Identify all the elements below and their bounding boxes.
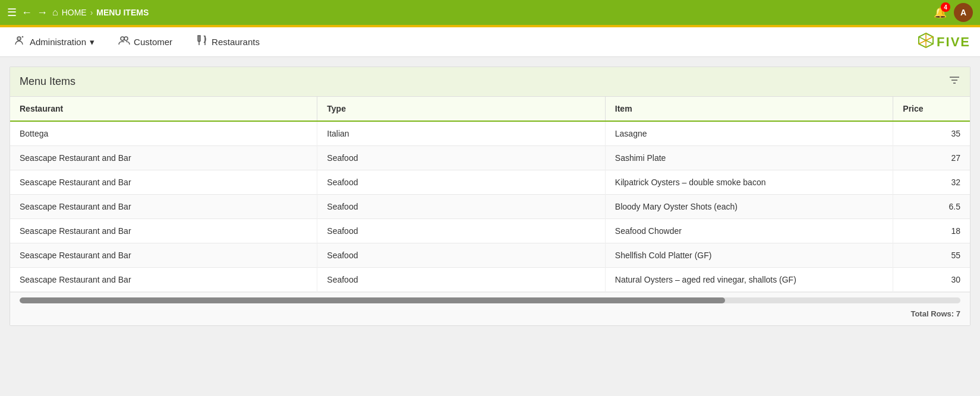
restaurants-icon [196,34,208,49]
top-bar-right: 🔔 4 A [934,3,973,22]
restaurants-label: Restaurants [212,37,260,47]
cell-item: Kilpatrick Oysters – double smoke bacon [605,170,893,195]
cell-restaurant: Seascape Restaurant and Bar [10,195,317,219]
cell-type: Seafood [317,268,606,292]
top-bar: ☰ ← → ⌂ HOME › MENU ITEMS 🔔 4 A [0,0,980,27]
cell-item: Shellfish Cold Platter (GF) [605,243,893,268]
total-rows-label: Total Rows: 7 [20,307,960,321]
filter-icon[interactable] [949,74,960,89]
menu-icon[interactable]: ☰ [7,6,17,19]
horizontal-scrollbar[interactable] [20,297,960,303]
cell-restaurant: Seascape Restaurant and Bar [10,219,317,243]
column-header-restaurant: Restaurant [10,97,317,121]
svg-point-1 [18,37,20,40]
current-page-label: MENU ITEMS [96,8,149,17]
table-footer: Total Rows: 7 [10,292,970,325]
nav-item-administration[interactable]: Administration ▾ [10,32,99,52]
cell-restaurant: Seascape Restaurant and Bar [10,146,317,170]
administration-dropdown-icon: ▾ [90,37,94,47]
cell-restaurant: Seascape Restaurant and Bar [10,243,317,268]
svg-point-3 [121,37,124,40]
cell-restaurant: Seascape Restaurant and Bar [10,170,317,195]
table-row[interactable]: BottegaItalianLasagne35 [10,121,970,146]
breadcrumb: ⌂ HOME › MENU ITEMS [52,7,149,18]
table-row[interactable]: Seascape Restaurant and BarSeafoodSeafoo… [10,219,970,243]
table-row[interactable]: Seascape Restaurant and BarSeafoodSashim… [10,146,970,170]
secondary-nav-left: Administration ▾ Customer [10,32,264,52]
cell-item: Natural Oysters – aged red vinegar, shal… [605,268,893,292]
cell-restaurant: Seascape Restaurant and Bar [10,268,317,292]
table-panel-header: Menu Items [10,67,970,97]
top-bar-left: ☰ ← → ⌂ HOME › MENU ITEMS [7,6,934,19]
cell-item: Lasagne [605,121,893,146]
table-row[interactable]: Seascape Restaurant and BarSeafoodShellf… [10,243,970,268]
customer-label: Customer [134,37,172,47]
avatar-button[interactable]: A [954,3,973,22]
menu-items-table: Restaurant Type Item Price BottegaItalia… [10,97,970,292]
home-icon: ⌂ [52,7,58,18]
table-panel: Menu Items Restaurant Type [10,66,970,326]
scrollbar-thumb [20,297,725,303]
cell-price: 32 [893,170,970,195]
cell-price: 30 [893,268,970,292]
cell-type: Seafood [317,170,606,195]
home-label[interactable]: HOME [62,8,87,17]
column-header-price: Price [893,97,970,121]
five-logo-icon [918,32,934,52]
main-content: Menu Items Restaurant Type [0,57,980,335]
table-row[interactable]: Seascape Restaurant and BarSeafoodBloody… [10,195,970,219]
table-panel-title: Menu Items [20,75,75,88]
table-row[interactable]: Seascape Restaurant and BarSeafoodNatura… [10,268,970,292]
cell-restaurant: Bottega [10,121,317,146]
breadcrumb-separator: › [90,8,93,17]
cell-type: Seafood [317,219,606,243]
cell-type: Seafood [317,146,606,170]
table-header-row: Restaurant Type Item Price [10,97,970,121]
column-header-type: Type [317,97,606,121]
cell-type: Seafood [317,195,606,219]
svg-point-4 [124,37,128,40]
five-logo: FIVE [918,32,970,52]
customer-icon [118,34,130,49]
cell-type: Seafood [317,243,606,268]
administration-label: Administration [30,37,86,47]
cell-item: Sashimi Plate [605,146,893,170]
nav-item-restaurants[interactable]: Restaurants [191,32,264,52]
cell-price: 27 [893,146,970,170]
column-header-item: Item [605,97,893,121]
secondary-nav: Administration ▾ Customer [0,27,980,57]
notification-badge: 4 [941,2,950,12]
table-row[interactable]: Seascape Restaurant and BarSeafoodKilpat… [10,170,970,195]
notification-button[interactable]: 🔔 4 [934,6,947,19]
cell-type: Italian [317,121,606,146]
cell-price: 35 [893,121,970,146]
cell-price: 55 [893,243,970,268]
five-logo-text: FIVE [937,34,970,50]
cell-item: Seafood Chowder [605,219,893,243]
administration-icon [14,34,26,49]
cell-item: Bloody Mary Oyster Shots (each) [605,195,893,219]
cell-price: 6.5 [893,195,970,219]
forward-icon[interactable]: → [37,7,48,19]
nav-item-customer[interactable]: Customer [114,32,177,52]
cell-price: 18 [893,219,970,243]
back-icon[interactable]: ← [21,7,32,19]
